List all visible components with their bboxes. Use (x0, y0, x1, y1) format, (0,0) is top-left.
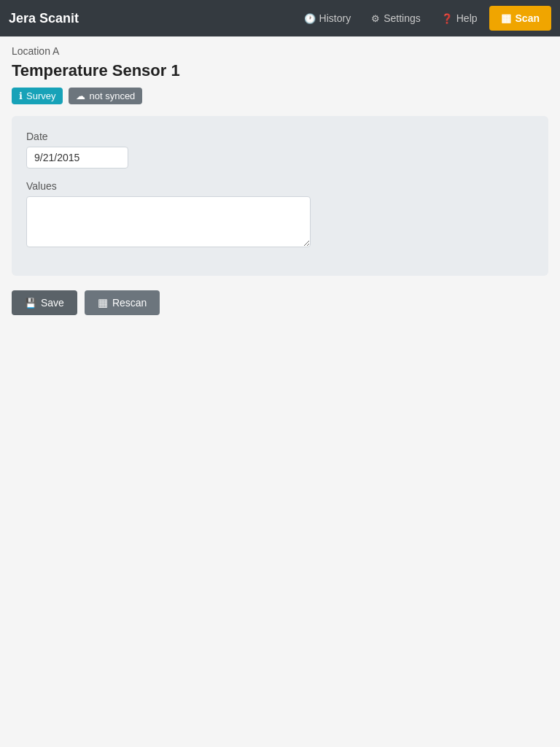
navbar: Jera Scanit History Settings Help Scan (0, 0, 560, 36)
save-icon (25, 297, 36, 309)
not-synced-badge: not synced (69, 88, 142, 104)
settings-link[interactable]: Settings (362, 7, 429, 30)
values-group: Values (26, 180, 534, 249)
history-label: History (319, 12, 351, 24)
action-buttons: Save Rescan (12, 290, 548, 315)
scan-button[interactable]: Scan (489, 6, 551, 31)
breadcrumb: Location A (12, 45, 548, 57)
date-label: Date (26, 131, 534, 142)
save-button[interactable]: Save (12, 290, 77, 315)
scan-label: Scan (516, 12, 540, 24)
survey-label: Survey (26, 90, 55, 101)
survey-badge[interactable]: Survey (12, 88, 63, 104)
survey-icon (19, 90, 23, 101)
help-link[interactable]: Help (432, 7, 486, 30)
help-label: Help (456, 12, 478, 24)
main-content: Location A Temperature Sensor 1 Survey n… (0, 36, 560, 324)
settings-label: Settings (384, 12, 421, 24)
form-card: Date Values (12, 116, 548, 276)
rescan-icon (98, 296, 108, 309)
page-title: Temperature Sensor 1 (12, 61, 548, 80)
app-brand[interactable]: Jera Scanit (9, 11, 79, 26)
date-input[interactable] (26, 147, 128, 169)
history-icon (304, 12, 316, 24)
save-label: Save (41, 297, 64, 309)
values-textarea[interactable] (26, 196, 311, 247)
nav-links: History Settings Help Scan (295, 6, 551, 31)
not-synced-label: not synced (89, 90, 135, 101)
settings-icon (371, 12, 380, 24)
help-icon (441, 12, 453, 24)
rescan-label: Rescan (112, 297, 147, 309)
cloud-icon (76, 90, 85, 101)
values-label: Values (26, 180, 534, 192)
date-group: Date (26, 131, 534, 169)
badges-container: Survey not synced (12, 88, 548, 104)
history-link[interactable]: History (295, 7, 360, 30)
rescan-button[interactable]: Rescan (85, 290, 160, 315)
scan-icon (501, 12, 511, 25)
